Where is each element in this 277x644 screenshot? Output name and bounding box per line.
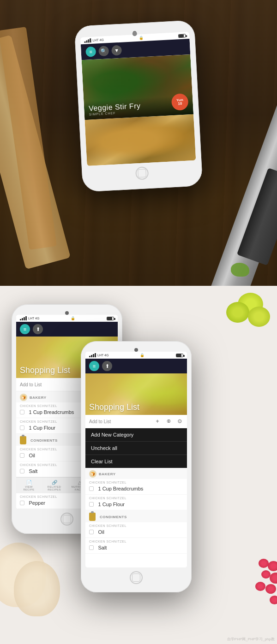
egg-2 (14, 561, 60, 616)
add-to-list-label-3: Add to List (89, 419, 150, 424)
home-button-2[interactable] (60, 513, 73, 526)
menu-button-3[interactable]: ≡ (89, 361, 99, 371)
share-icon-2: ⬆ (36, 326, 40, 332)
app-header-strip-3: ≡ ⬆ (85, 359, 187, 373)
lock-icon: 🔒 (138, 35, 143, 40)
signal-bars-2 (20, 316, 27, 320)
bakery-label-3: BAKERY (99, 472, 115, 476)
item-name-salt-3: Salt (98, 545, 107, 550)
related-icon-2: 🔗 (52, 480, 57, 485)
signal-bar-3 (88, 39, 89, 42)
home-button-3[interactable] (130, 571, 143, 584)
recipe-image-fries[interactable] (84, 114, 196, 166)
yum-count: 10 (178, 101, 182, 106)
raspberry-4 (261, 570, 271, 579)
menu-button-1[interactable]: ≡ (85, 47, 96, 57)
battery-icon-2 (107, 317, 114, 320)
item-source-salt-3: CHICKEN SCHNITZEL (89, 540, 183, 543)
checkbox-oil-3[interactable] (89, 530, 94, 534)
front-camera-3 (134, 348, 138, 352)
checkbox-flour-2[interactable] (20, 425, 24, 430)
dropdown-add-category[interactable]: Add New Category (85, 428, 187, 442)
condiments-label-2: CONDIMENTS (30, 438, 58, 443)
share-button-2[interactable]: ⬆ (33, 324, 43, 334)
bakery-icon-3: 🍞 (89, 470, 96, 478)
nav-view-recipe-2[interactable]: 📄 VIEWRECIPE (16, 478, 42, 493)
recipe-card-1[interactable]: Veggie Stir Fry SIMPLE CHEF Yum 10 (82, 54, 193, 120)
signal-bar-2 (86, 41, 87, 43)
dropdown-uncheck-all[interactable]: Uncheck all (85, 442, 187, 455)
item-name-flour-3: 1 Cup Flour (98, 502, 124, 507)
clear-list-label: Clear List (91, 459, 112, 464)
signal-bar-4 (90, 38, 91, 42)
phone-device-1: LHT 4G 🔒 ≡ 🔍 ▼ (74, 20, 203, 192)
hamburger-icon-3: ≡ (93, 363, 96, 369)
gear-icon-3: ⚙ (177, 418, 182, 425)
carrier-name-3: LHT 4G (97, 354, 108, 357)
search-button-1[interactable]: 🔍 (98, 46, 109, 56)
shopping-toolbar-3: Add to List + ⦿ ⚙ (85, 415, 187, 428)
checkbox-pepper-2[interactable] (20, 501, 24, 505)
checkbox-flour-3[interactable] (89, 502, 94, 507)
list-item-oil-3[interactable]: CHICKEN SCHNITZEL Oil (85, 522, 187, 538)
battery-fill (179, 34, 184, 37)
bakery-label-2: BAKERY (30, 396, 46, 400)
phone-screen-1: LHT 4G 🔒 ≡ 🔍 ▼ (80, 32, 196, 166)
front-camera (132, 31, 136, 35)
raspberry-1 (268, 561, 277, 571)
checkbox-salt-3[interactable] (89, 545, 94, 550)
item-name-pepper-2: Pepper (29, 500, 45, 506)
condiments-label-3: CONDIMENTS (100, 515, 127, 519)
front-camera-2 (65, 311, 69, 315)
filter-icon: ▼ (114, 47, 120, 53)
battery-icon (178, 34, 186, 38)
filter-button-1[interactable]: ▼ (111, 45, 122, 56)
herb-garnish (231, 263, 249, 277)
uncheck-all-label: Uncheck all (91, 445, 117, 451)
watermark: 自学PHP网_PHP学习_php教 (227, 637, 275, 642)
list-item-flour-3[interactable]: CHICKEN SCHNITZEL 1 Cup Flour (85, 495, 187, 510)
share-button-3[interactable]: ⬆ (102, 361, 112, 371)
checkbox-bc-2[interactable] (20, 410, 24, 414)
gear-button-3[interactable]: ⚙ (176, 418, 183, 425)
item-name-bc-3: 1 Cup Breadcrumbs (98, 486, 143, 491)
lime-2 (226, 302, 249, 323)
nav-view-recipe-label-2: VIEWRECIPE (23, 485, 34, 491)
item-source-bc-3: CHICKEN SCHNITZEL (89, 481, 183, 484)
barcode-button-3[interactable]: ⦿ (165, 418, 172, 425)
nav-related-recipes-2[interactable]: 🔗 RELATEDRECIPES (42, 478, 67, 493)
item-name-flour-2: 1 Cup Flour (29, 425, 55, 431)
add-item-button-3[interactable]: + (154, 418, 161, 425)
checkbox-oil-2[interactable] (20, 453, 24, 458)
lock-icon-2: 🔒 (71, 316, 75, 320)
condiment-icon-3 (89, 513, 96, 521)
battery-fill-3 (176, 354, 181, 357)
screen-filler-3 (85, 554, 187, 567)
signal-bars (84, 38, 91, 43)
status-bar-2: LHT 4G 🔒 (16, 315, 118, 322)
home-button-inner-2 (63, 515, 71, 523)
dropdown-menu-3: Add New Category Uncheck all Clear List (85, 428, 187, 468)
checkbox-salt-2[interactable] (20, 469, 24, 473)
citrus-area (222, 293, 272, 334)
status-bar-3: LHT 4G 🔒 (85, 352, 187, 359)
phone-screen-3: LHT 4G 🔒 ≡ ⬆ (85, 352, 187, 567)
list-item-breadcrumbs-3[interactable]: CHICKEN SCHNITZEL 1 Cup Breadcrumbs (85, 479, 187, 495)
home-button-1[interactable] (135, 166, 149, 180)
phone-device-3: LHT 4G 🔒 ≡ ⬆ (81, 341, 192, 592)
dropdown-clear-list[interactable]: Clear List (85, 455, 187, 468)
menu-button-2[interactable]: ≡ (20, 324, 30, 334)
item-name-salt-2: Salt (29, 468, 37, 474)
raspberry-cluster (226, 538, 277, 630)
search-icon: 🔍 (100, 48, 107, 54)
checkbox-bc-3[interactable] (89, 486, 94, 491)
hamburger-icon-2: ≡ (24, 326, 26, 332)
item-source-oil-3: CHICKEN SCHNITZEL (89, 524, 183, 527)
item-source-flour-3: CHICKEN SCHNITZEL (89, 496, 183, 500)
view-recipe-icon-2: 📄 (26, 480, 32, 485)
list-item-salt-3[interactable]: CHICKEN SCHNITZEL Salt (85, 538, 187, 554)
battery-icon-3 (176, 354, 183, 357)
home-button-inner-3 (132, 573, 140, 582)
top-section: LHT 4G 🔒 ≡ 🔍 ▼ (0, 0, 277, 286)
shopping-title-3: Shopping List (89, 402, 183, 412)
